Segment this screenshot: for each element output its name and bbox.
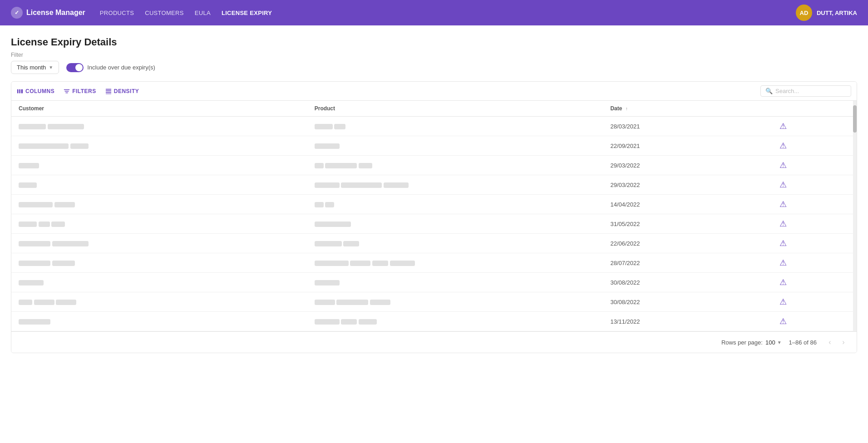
table-row: 30/08/2022⚠ [11, 273, 857, 292]
date-cell: 30/08/2022 [603, 292, 772, 312]
warning-cell: ⚠ [772, 214, 857, 234]
product-placeholder [390, 261, 415, 266]
svg-rect-1 [19, 89, 20, 93]
date-cell: 22/06/2022 [603, 234, 772, 253]
filters-button[interactable]: FILTERS [64, 88, 96, 94]
product-placeholder [315, 182, 340, 188]
date-cell: 31/05/2022 [603, 214, 772, 234]
customer-placeholder [39, 222, 50, 227]
customer-cell [11, 117, 307, 136]
prev-page-button[interactable]: ‹ [824, 336, 836, 348]
product-placeholder [315, 222, 351, 227]
toggle-row: Include over due expiry(s) [66, 63, 155, 72]
user-avatar: AD [796, 5, 812, 21]
search-box[interactable]: 🔍 Search... [760, 85, 851, 97]
product-placeholder [336, 300, 368, 305]
col-header-date[interactable]: Date ↑ [603, 101, 772, 117]
rows-per-page-select[interactable]: 100 ▼ [765, 339, 782, 346]
product-placeholder [315, 261, 349, 266]
product-cell [307, 292, 603, 312]
warning-icon: ⚠ [779, 180, 787, 189]
page-title: License Expiry Details [11, 36, 857, 48]
warning-icon: ⚠ [779, 258, 787, 267]
warning-icon: ⚠ [779, 200, 787, 209]
table-row: 31/05/2022⚠ [11, 214, 857, 234]
columns-label: COLUMNS [25, 88, 54, 94]
pagination-buttons: ‹ › [824, 336, 849, 348]
product-cell [307, 175, 603, 195]
search-placeholder: Search... [775, 88, 799, 94]
brand-logo[interactable]: ✓ License Manager [11, 7, 85, 19]
customer-cell [11, 175, 307, 195]
table-row: 30/08/2022⚠ [11, 292, 857, 312]
nav-customers[interactable]: CUSTOMERS [145, 10, 184, 16]
date-cell: 13/11/2022 [603, 312, 772, 331]
main-content: License Expiry Details Filter This month… [0, 25, 868, 443]
scrollbar-thumb[interactable] [853, 105, 857, 133]
overdue-toggle[interactable] [66, 63, 84, 72]
customer-cell [11, 312, 307, 331]
customer-placeholder [48, 124, 84, 129]
warning-icon: ⚠ [779, 219, 787, 228]
date-cell: 30/08/2022 [603, 273, 772, 292]
table-row: 13/11/2022⚠ [11, 312, 857, 331]
filter-dropdown[interactable]: This month ▼ [11, 61, 59, 74]
toggle-knob [75, 64, 83, 71]
density-button[interactable]: DENSITY [105, 88, 139, 94]
data-table: Customer Product Date ↑ 28/03/2021⚠ 22/0 [11, 101, 857, 331]
nav-products[interactable]: PRODUCTS [100, 10, 134, 16]
scrollbar-track[interactable] [853, 101, 857, 331]
col-header-customer[interactable]: Customer [11, 101, 307, 117]
user-section: AD DUTT, ARTIKA [796, 5, 857, 21]
search-icon: 🔍 [765, 88, 773, 94]
product-cell [307, 136, 603, 156]
rows-per-page-label: Rows per page: [721, 339, 763, 346]
nav-license-expiry[interactable]: LICENSE EXPIRY [222, 10, 272, 16]
svg-rect-8 [106, 92, 111, 93]
columns-icon [17, 88, 23, 94]
warning-cell: ⚠ [772, 117, 857, 136]
warning-cell: ⚠ [772, 292, 857, 312]
user-name: DUTT, ARTIKA [817, 10, 857, 16]
next-page-button[interactable]: › [838, 336, 849, 348]
sort-arrow-icon: ↑ [626, 106, 628, 111]
date-cell: 28/03/2021 [603, 117, 772, 136]
customer-placeholder [19, 222, 37, 227]
product-cell [307, 156, 603, 175]
nav-links: PRODUCTS CUSTOMERS EULA LICENSE EXPIRY [100, 10, 796, 16]
customer-cell [11, 156, 307, 175]
customer-placeholder [19, 182, 37, 188]
customer-placeholder [19, 319, 50, 325]
columns-button[interactable]: COLUMNS [17, 88, 54, 94]
product-placeholder [384, 182, 409, 188]
date-cell: 22/09/2021 [603, 136, 772, 156]
customer-placeholder [52, 241, 89, 246]
customer-cell [11, 214, 307, 234]
toolbar-left: COLUMNS FILTERS [17, 88, 139, 94]
warning-cell: ⚠ [772, 312, 857, 331]
product-cell [307, 195, 603, 214]
table-row: 28/03/2021⚠ [11, 117, 857, 136]
date-cell: 14/04/2022 [603, 195, 772, 214]
nav-eula[interactable]: EULA [195, 10, 211, 16]
product-cell [307, 273, 603, 292]
density-icon [105, 88, 112, 94]
date-cell: 28/07/2022 [603, 253, 772, 273]
svg-rect-0 [17, 89, 19, 93]
table-header-row: Customer Product Date ↑ [11, 101, 857, 117]
customer-placeholder [19, 261, 50, 266]
customer-placeholder [19, 300, 32, 305]
table-row: 29/03/2022⚠ [11, 156, 857, 175]
navbar: ✓ License Manager PRODUCTS CUSTOMERS EUL… [0, 0, 868, 25]
product-placeholder [315, 163, 324, 168]
table-container: COLUMNS FILTERS [11, 81, 857, 353]
warning-icon: ⚠ [779, 297, 787, 306]
filter-value: This month [17, 64, 46, 71]
rows-per-page-chevron: ▼ [777, 340, 782, 345]
customer-cell [11, 234, 307, 253]
svg-rect-7 [106, 90, 111, 91]
col-header-product[interactable]: Product [307, 101, 603, 117]
warning-icon: ⚠ [779, 141, 787, 150]
warning-icon: ⚠ [779, 239, 787, 248]
product-placeholder [341, 319, 357, 325]
